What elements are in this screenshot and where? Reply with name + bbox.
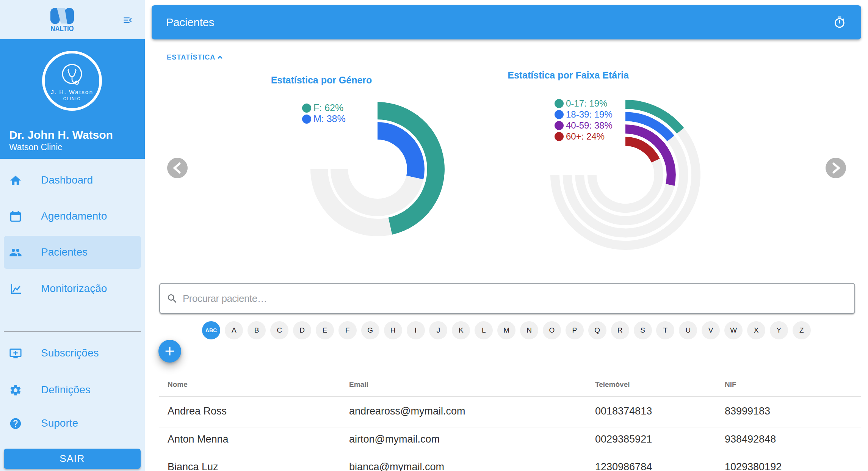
search-icon [166,293,178,305]
alphabet-chip-i[interactable]: I [407,321,425,339]
sidebar-item-monitorizacao[interactable]: Monitorização [0,271,145,307]
sidebar-item-agendamento[interactable]: Agendamento [0,198,145,234]
logo-area: NALTIO [0,0,145,39]
alphabet-chip-f[interactable]: F [338,321,357,339]
people-icon [9,246,22,259]
profile-clinic: Watson Clinic [9,142,62,152]
table-header-0: Nome [168,380,188,389]
alphabet-chip-l[interactable]: L [475,321,493,339]
brand-name: NALTIO [13,24,112,33]
radial-chart-age [548,97,703,253]
statistics-label: ESTATÍSTICA [167,53,216,61]
table-header-3: NIF [725,380,736,389]
table-header-2: Telemóvel [595,380,630,389]
avatar-line1: J. H. Watson [51,89,93,95]
chevron-left-icon [167,158,188,178]
alphabet-chip-p[interactable]: P [566,321,584,339]
sidebar-item-pacientes[interactable]: Pacientes [0,234,145,270]
page-title: Pacientes [166,5,214,39]
carousel-prev-button[interactable] [167,158,188,178]
clinic-avatar: J. H. Watson CLINIC [41,50,103,112]
main-content: Pacientes ESTATÍSTICA Estatística por Gé… [145,0,868,471]
table-divider [159,396,861,397]
add-to-queue-icon [9,347,22,360]
table-cell[interactable]: 1230986784 [595,461,652,471]
alphabet-chip-v[interactable]: V [702,321,720,339]
table-cell[interactable]: Bianca Luz [168,461,218,471]
alphabet-chip-h[interactable]: H [384,321,402,339]
home-icon [9,174,22,187]
alphabet-chip-n[interactable]: N [520,321,538,339]
help-icon [9,417,22,430]
search-box [159,283,855,314]
table-cell[interactable]: Anton Menna [168,433,229,445]
add-patient-button[interactable] [158,340,181,363]
avatar-line2: CLINIC [63,96,81,101]
sidebar-divider [4,331,141,332]
search-input[interactable] [183,284,827,313]
stopwatch-icon[interactable] [833,16,846,29]
chart-title-age: Estatística por Faixa Etária [508,70,629,81]
alphabet-chip-u[interactable]: U [679,321,697,339]
alphabet-chip-w[interactable]: W [724,321,743,339]
alphabet-chip-x[interactable]: X [747,321,765,339]
alphabet-chip-r[interactable]: R [611,321,629,339]
alphabet-chip-abc[interactable]: ABC [202,321,220,339]
line-chart-icon [9,283,22,295]
table-cell[interactable]: 1029380192 [725,461,782,471]
alphabet-filter: ABCABCDEFGHIJKLMNOPQRSTUVWXYZ [145,321,868,339]
alphabet-chip-j[interactable]: J [429,321,447,339]
table-cell[interactable]: 0029385921 [595,433,652,445]
alphabet-chip-z[interactable]: Z [793,321,811,339]
page-header: Pacientes [152,5,861,39]
sidebar-item-subscricoes[interactable]: Subscrições [0,335,145,371]
alphabet-chip-a[interactable]: A [225,321,243,339]
table-header-1: Email [349,380,368,389]
naltio-logo-icon [50,8,74,24]
sidebar-item-dashboard[interactable]: Dashboard [0,162,145,198]
menu-collapse-icon[interactable] [122,15,133,25]
table-cell[interactable]: 938492848 [725,433,776,445]
profile-name: Dr. John H. Watson [9,129,113,141]
radial-chart-gender [302,93,453,245]
table-cell[interactable]: 0018374813 [595,405,652,417]
sidebar-item-definicoes[interactable]: Definições [0,372,145,408]
alphabet-chip-b[interactable]: B [248,321,266,339]
alphabet-chip-c[interactable]: C [270,321,288,339]
calendar-icon [9,210,22,223]
alphabet-chip-s[interactable]: S [634,321,652,339]
sidebar: NALTIO J. H. Watson CLINIC Dr. John H. W… [0,0,145,471]
chevron-up-icon [215,53,225,62]
alphabet-chip-y[interactable]: Y [770,321,788,339]
sidebar-item-suporte[interactable]: Suporte [0,405,145,441]
profile-card: J. H. Watson CLINIC Dr. John H. Watson W… [0,39,145,159]
logout-button[interactable]: SAIR [4,449,141,469]
alphabet-chip-k[interactable]: K [452,321,470,339]
alphabet-chip-g[interactable]: G [361,321,379,339]
plus-icon [164,345,176,357]
alphabet-chip-t[interactable]: T [656,321,674,339]
chart-title-gender: Estatística por Género [271,75,372,86]
alphabet-chip-q[interactable]: Q [588,321,606,339]
alphabet-chip-o[interactable]: O [543,321,561,339]
table-cell[interactable]: bianca@mymail.com [349,461,444,471]
alphabet-chip-d[interactable]: D [293,321,311,339]
gear-icon [9,384,22,397]
radial-track [588,159,663,213]
table-divider [159,427,861,427]
alphabet-chip-m[interactable]: M [497,321,515,339]
table-cell[interactable]: airton@mymail.com [349,433,440,445]
table-cell[interactable]: 83999183 [725,405,770,417]
table-cell[interactable]: Andrea Ross [168,405,227,417]
table-divider [159,455,861,455]
chevron-right-icon [826,158,846,178]
statistics-toggle[interactable]: ESTATÍSTICA [167,53,216,65]
table-cell[interactable]: andreaross@mymail.com [349,405,465,417]
carousel-next-button[interactable] [826,158,846,178]
alphabet-chip-e[interactable]: E [316,321,334,339]
